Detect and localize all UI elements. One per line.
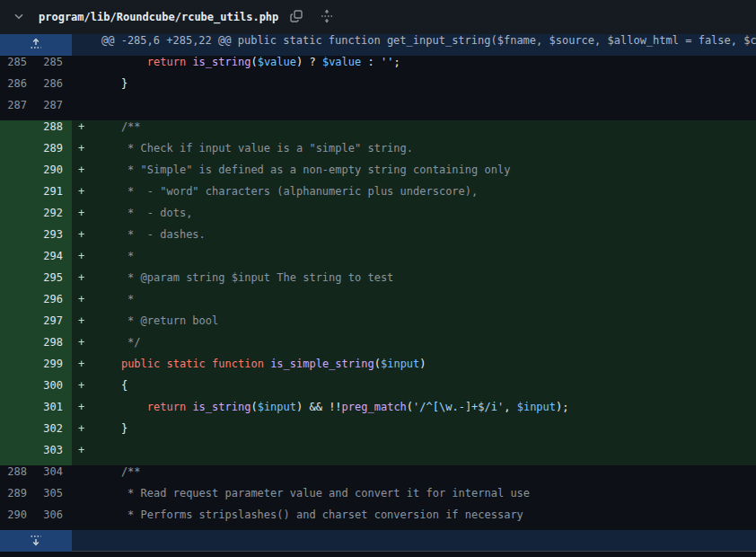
diff-row-added: 300+ { <box>0 379 756 401</box>
old-line-number[interactable]: 287 <box>0 99 36 120</box>
diff-row-added: 302+ } <box>0 422 756 444</box>
diff-marker: + <box>72 207 86 228</box>
new-line-number[interactable]: 298 <box>36 336 72 358</box>
code-line: * "Simple" is defined as a non-empty str… <box>86 164 756 185</box>
new-line-number[interactable]: 305 <box>36 487 72 508</box>
new-line-number[interactable]: 285 <box>36 56 72 77</box>
copy-icon <box>289 9 303 26</box>
old-line-number[interactable] <box>0 250 36 271</box>
hunk-header-text: @@ -285,6 +285,22 @@ public static funct… <box>72 34 756 56</box>
old-line-number[interactable] <box>0 336 36 358</box>
diff-row-added: 292+ * - dots, <box>0 207 756 228</box>
new-line-number[interactable]: 290 <box>36 164 72 185</box>
new-line-number[interactable]: 291 <box>36 185 72 207</box>
expand-down-button[interactable] <box>0 530 72 552</box>
old-line-number[interactable] <box>0 185 36 207</box>
chevron-down-icon <box>12 9 26 26</box>
code-line: } <box>86 422 756 444</box>
diff-marker: + <box>72 185 86 207</box>
new-line-number[interactable]: 295 <box>36 271 72 293</box>
old-line-number[interactable] <box>0 142 36 164</box>
expand-row-filler <box>72 530 756 552</box>
expand-up-icon <box>29 37 43 54</box>
code-line: * Performs stripslashes() and charset co… <box>86 508 756 530</box>
new-line-number[interactable]: 297 <box>36 314 72 336</box>
old-line-number[interactable]: 288 <box>0 465 36 487</box>
copy-path-button[interactable] <box>287 8 305 26</box>
diff-marker <box>72 99 86 120</box>
diff-row-added: 290+ * "Simple" is defined as a non-empt… <box>0 164 756 185</box>
expand-up-button[interactable] <box>0 34 72 56</box>
file-header: program/lib/Roundcube/rcube_utils.php <box>0 0 756 34</box>
new-line-number[interactable]: 287 <box>36 99 72 120</box>
code-line: * - dots, <box>86 207 756 228</box>
new-line-number[interactable]: 288 <box>36 120 72 142</box>
collapse-file-button[interactable] <box>10 8 28 26</box>
new-line-number[interactable]: 286 <box>36 77 72 99</box>
new-line-number[interactable]: 300 <box>36 379 72 401</box>
diff-marker: + <box>72 293 86 314</box>
old-line-number[interactable]: 285 <box>0 56 36 77</box>
code-line: * <box>86 293 756 314</box>
old-line-number[interactable] <box>0 293 36 314</box>
code-line: * - dashes. <box>86 228 756 250</box>
new-line-number[interactable]: 301 <box>36 401 72 422</box>
old-line-number[interactable] <box>0 379 36 401</box>
old-line-number[interactable] <box>0 207 36 228</box>
code-line: */ <box>86 336 756 358</box>
new-line-number[interactable]: 292 <box>36 207 72 228</box>
diff-row-context: 286286 } <box>0 77 756 99</box>
new-line-number[interactable]: 306 <box>36 508 72 530</box>
new-line-number[interactable]: 296 <box>36 293 72 314</box>
code-line: * Read request parameter value and conve… <box>86 487 756 508</box>
diff-row-added: 294+ * <box>0 250 756 271</box>
old-line-number[interactable] <box>0 271 36 293</box>
file-path[interactable]: program/lib/Roundcube/rcube_utils.php <box>39 11 278 23</box>
code-line: * - "word" characters (alphanumeric plus… <box>86 185 756 207</box>
new-line-number[interactable]: 294 <box>36 250 72 271</box>
code-line <box>86 99 756 120</box>
new-line-number[interactable]: 302 <box>36 422 72 444</box>
diff-marker: + <box>72 444 86 465</box>
code-line <box>86 444 756 465</box>
old-line-number[interactable]: 290 <box>0 508 36 530</box>
diff-marker <box>72 77 86 99</box>
new-line-number[interactable]: 289 <box>36 142 72 164</box>
old-line-number[interactable] <box>0 444 36 465</box>
diff-row-context: 288304 /** <box>0 465 756 487</box>
new-line-number[interactable]: 293 <box>36 228 72 250</box>
diff-row-added: 298+ */ <box>0 336 756 358</box>
code-line: * Check if input value is a "simple" str… <box>86 142 756 164</box>
old-line-number[interactable]: 286 <box>0 77 36 99</box>
expand-all-button[interactable] <box>318 8 336 26</box>
code-line: { <box>86 379 756 401</box>
old-line-number[interactable] <box>0 358 36 379</box>
code-line: /** <box>86 120 756 142</box>
old-line-number[interactable] <box>0 401 36 422</box>
old-line-number[interactable]: 289 <box>0 487 36 508</box>
code-line: return is_string($value) ? $value : ''; <box>86 56 756 77</box>
old-line-number[interactable] <box>0 120 36 142</box>
old-line-number[interactable] <box>0 164 36 185</box>
old-line-number[interactable] <box>0 228 36 250</box>
diff-marker: + <box>72 422 86 444</box>
diff-row-added: 288+ /** <box>0 120 756 142</box>
diff-file-card: program/lib/Roundcube/rcube_utils.php <box>0 0 756 552</box>
diff-marker: + <box>72 228 86 250</box>
diff-rows: 285285 return is_string($value) ? $value… <box>0 56 756 530</box>
new-line-number[interactable]: 303 <box>36 444 72 465</box>
diff-marker: + <box>72 314 86 336</box>
diff-marker <box>72 508 86 530</box>
code-line: public static function is_simple_string(… <box>86 358 756 379</box>
new-line-number[interactable]: 299 <box>36 358 72 379</box>
hunk-header-row: @@ -285,6 +285,22 @@ public static funct… <box>0 34 756 56</box>
old-line-number[interactable] <box>0 314 36 336</box>
diff-row-added: 289+ * Check if input value is a "simple… <box>0 142 756 164</box>
diff-marker <box>72 487 86 508</box>
code-line: * @param string $input The string to tes… <box>86 271 756 293</box>
new-line-number[interactable]: 304 <box>36 465 72 487</box>
diff-marker: + <box>72 271 86 293</box>
diff-marker: + <box>72 358 86 379</box>
old-line-number[interactable] <box>0 422 36 444</box>
diff-row-context: 285285 return is_string($value) ? $value… <box>0 56 756 77</box>
